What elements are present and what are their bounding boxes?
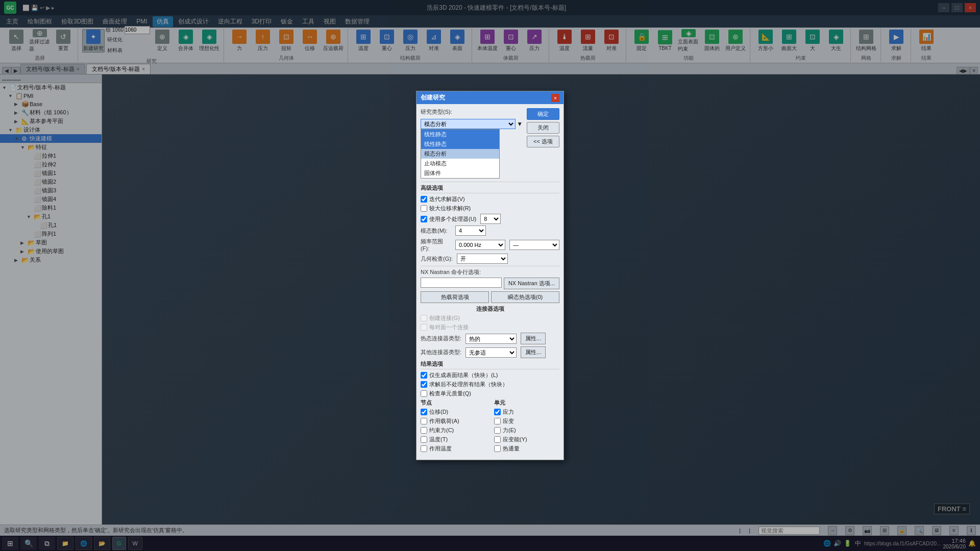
checkbox-iterative: 迭代求解器(V) [421, 195, 559, 203]
elem-check-strain-energy-input[interactable] [494, 436, 501, 443]
elem-check-strain: 应变 [494, 417, 564, 425]
node-check-applied-temp: 作用温度 [421, 445, 490, 453]
result-check-surface: 仅生成表面结果（快块）(L) [421, 371, 559, 379]
dropdown-option-linear-static2[interactable]: 线性静态 [421, 139, 499, 149]
other-connector-row: 其他连接器类型: 无参适 属性... [421, 346, 559, 358]
other-connector-select[interactable]: 无参适 [465, 347, 517, 358]
geom-check-label: 几何检查(G): [421, 255, 453, 263]
dropdown-list[interactable]: 线性静态 线性静态 模态分析 止动模态 固体件 [421, 129, 500, 179]
nx-nastran-label: NX Nastran 命令行选项: [421, 268, 559, 276]
result-check-postprocess: 求解后不处理所有结果（快块） [421, 381, 559, 388]
elem-check-force: 力(E) [494, 427, 564, 434]
dropdown-arrow: ▼ [517, 120, 523, 128]
elem-check-heat-flux: 热通量 [494, 445, 564, 453]
face-to-face-check[interactable] [421, 324, 427, 331]
sep1 [421, 182, 559, 182]
node-check-loads-input[interactable] [421, 418, 427, 424]
modal-count-label: 模态数(M): [421, 227, 451, 235]
checkbox-multi-proc: 使用多个处理器(U) 8 4 2 [421, 214, 559, 224]
checkbox-iterative-input[interactable] [421, 196, 427, 203]
nodes-column: 节点 位移(D) 作用载荷(A) 约束力(C) [421, 399, 490, 454]
dropdown-option-stop-modal[interactable]: 止动模态 [421, 159, 499, 168]
modal-overlay: 创建研究 × 确定 关闭 << 选项 研究类型(S): 线性静态 模态分析 [0, 0, 980, 551]
dialog-body: 确定 关闭 << 选项 研究类型(S): 线性静态 模态分析 止动模态 固体件 … [416, 104, 564, 460]
node-check-constraint-input[interactable] [421, 427, 427, 434]
create-study-dialog: 创建研究 × 确定 关闭 << 选项 研究类型(S): 线性静态 模态分析 [416, 91, 564, 460]
nx-nastran-options-button[interactable]: NX Nastran 选项... [504, 278, 559, 289]
results-options-title: 结果选项 [421, 360, 559, 369]
dialog-titlebar: 创建研究 × [416, 91, 564, 104]
node-check-displacement-label: 位移(D) [429, 408, 448, 416]
result-check-surface-input[interactable] [421, 372, 427, 379]
dropdown-option-solid[interactable]: 固体件 [421, 168, 499, 178]
freq-range-select[interactable]: 0.000 Hz [455, 240, 505, 250]
study-type-row: 研究类型(S): [421, 108, 523, 116]
dropdown-option-modal[interactable]: 模态分析 [421, 149, 499, 159]
result-check-surface-label: 仅生成表面结果（快块）(L) [429, 371, 498, 379]
node-check-temp: 温度(T) [421, 436, 490, 443]
node-check-applied-temp-label: 作用温度 [429, 445, 452, 453]
elem-check-force-input[interactable] [494, 427, 501, 434]
node-element-cols: 节点 位移(D) 作用载荷(A) 约束力(C) [421, 399, 559, 454]
freq-range-row: 频率范围(F): 0.000 Hz — [421, 238, 559, 252]
connector-options-title: 连接器选项 [421, 305, 559, 313]
elem-check-stress-input[interactable] [494, 409, 501, 415]
geom-check-row: 几何检查(G): 开 关 [421, 254, 559, 264]
thermal-buttons-row: 热载荷选项 瞬态热选项(0) [421, 291, 559, 303]
elem-check-strain-energy-label: 应变能(Y) [503, 436, 527, 443]
elem-check-heat-flux-input[interactable] [494, 445, 501, 452]
thermal-connector-select[interactable]: 热的 [465, 334, 517, 344]
elem-check-strain-label: 应变 [503, 417, 514, 425]
elem-check-stress-label: 应力 [503, 408, 514, 416]
dialog-title: 创建研究 [421, 93, 445, 102]
thermal-connector-prop-btn[interactable]: 属性... [521, 333, 546, 344]
result-check-quality: 检查单元质量(Q) [421, 390, 559, 397]
elem-check-strain-energy: 应变能(Y) [494, 436, 564, 443]
result-check-postprocess-input[interactable] [421, 381, 427, 388]
elem-check-strain-input[interactable] [494, 418, 501, 424]
advanced-options-title: 高级选项 [421, 184, 559, 193]
checkbox-large-disp-input[interactable] [421, 205, 427, 212]
transient-thermal-button[interactable]: 瞬态热选项(0) [491, 291, 559, 303]
cancel-button[interactable]: 关闭 [527, 122, 559, 134]
nx-nastran-input[interactable] [421, 278, 502, 288]
node-check-temp-label: 温度(T) [429, 436, 448, 443]
nx-nastran-row: NX Nastran 选项... [421, 278, 559, 289]
node-check-temp-input[interactable] [421, 436, 427, 443]
options-button[interactable]: << 选项 [527, 136, 559, 147]
elem-check-heat-flux-label: 热通量 [503, 445, 520, 453]
face-to-face-row: 每对面一个连接 [421, 323, 559, 331]
sep2 [421, 266, 559, 266]
checkbox-multi-proc-input[interactable] [421, 216, 427, 222]
result-check-quality-input[interactable] [421, 390, 427, 397]
create-connector-check[interactable] [421, 315, 427, 321]
node-check-constraint-label: 约束力(C) [429, 427, 454, 434]
processor-count-select[interactable]: 8 4 2 [480, 214, 501, 224]
geom-check-select[interactable]: 开 关 [457, 254, 508, 264]
freq-range-upper[interactable]: — [509, 240, 559, 250]
thermal-connector-row: 热态连接器类型: 热的 属性... [421, 333, 559, 344]
node-check-displacement: 位移(D) [421, 408, 490, 416]
result-check-quality-label: 检查单元质量(Q) [429, 390, 471, 397]
study-type-select[interactable]: 线性静态 模态分析 止动模态 固体件 [421, 119, 516, 129]
elem-check-stress: 应力 [494, 408, 564, 416]
node-check-constraint: 约束力(C) [421, 427, 490, 434]
node-check-applied-temp-input[interactable] [421, 445, 427, 452]
dropdown-option-linear-static1[interactable]: 线性静态 [421, 130, 499, 139]
elements-label: 单元 [494, 399, 564, 407]
modal-count-row: 模态数(M): 4 8 12 [421, 226, 559, 236]
create-connector-row: 创建连接(G) [421, 314, 559, 322]
modal-count-select[interactable]: 4 8 12 [455, 226, 486, 236]
node-check-displacement-input[interactable] [421, 409, 427, 415]
nodes-label: 节点 [421, 399, 490, 407]
thermal-options-button[interactable]: 热载荷选项 [421, 291, 489, 303]
create-connector-label: 创建连接(G) [429, 314, 460, 322]
node-check-loads-label: 作用载荷(A) [429, 417, 459, 425]
dialog-close-button[interactable]: × [551, 94, 559, 102]
other-connector-prop-btn[interactable]: 属性... [521, 346, 546, 358]
freq-range-label: 频率范围(F): [421, 238, 451, 252]
thermal-connector-label: 热态连接器类型: [421, 335, 461, 342]
confirm-button[interactable]: 确定 [527, 108, 559, 120]
face-to-face-label: 每对面一个连接 [429, 323, 469, 331]
other-connector-label: 其他连接器类型: [421, 348, 461, 356]
